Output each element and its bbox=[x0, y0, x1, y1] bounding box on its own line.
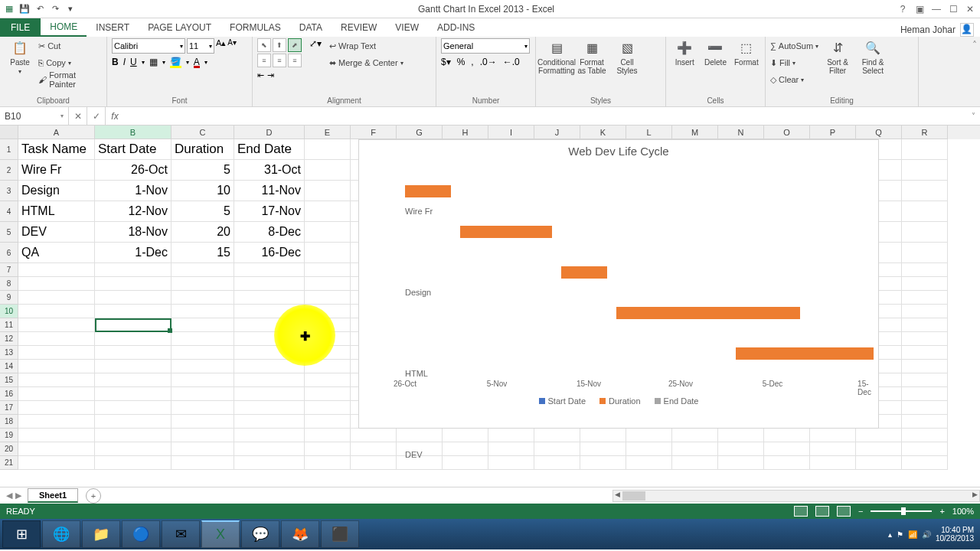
cell-C3[interactable]: 10 bbox=[172, 181, 234, 201]
cell-Q20[interactable] bbox=[856, 442, 902, 456]
cell-A9[interactable] bbox=[18, 291, 95, 305]
cell-E5[interactable] bbox=[305, 222, 351, 243]
cell-I21[interactable] bbox=[488, 456, 534, 470]
cell-D21[interactable] bbox=[234, 456, 305, 470]
page-break-view-icon[interactable] bbox=[837, 506, 851, 517]
column-header-O[interactable]: O bbox=[764, 126, 810, 139]
cell-styles-button[interactable]: ▧Cell Styles bbox=[611, 38, 643, 75]
new-sheet-button[interactable]: + bbox=[86, 488, 101, 504]
cell-D19[interactable] bbox=[234, 429, 305, 442]
format-cells-button[interactable]: ⬚Format bbox=[733, 38, 760, 67]
cell-D14[interactable] bbox=[234, 360, 305, 373]
cell-A6[interactable]: QA bbox=[18, 243, 95, 263]
cell-B3[interactable]: 1-Nov bbox=[95, 181, 172, 201]
cell-M21[interactable] bbox=[672, 456, 718, 470]
decrease-font-icon[interactable]: A▾ bbox=[227, 38, 237, 54]
row-header-3[interactable]: 3 bbox=[0, 181, 18, 201]
zoom-slider[interactable] bbox=[871, 510, 932, 512]
sheet-nav-next-icon[interactable]: ▶ bbox=[15, 491, 21, 500]
cell-R9[interactable] bbox=[902, 291, 948, 305]
cell-B14[interactable] bbox=[95, 360, 172, 373]
expand-formula-bar-icon[interactable]: ˅ bbox=[967, 112, 980, 120]
decrease-decimal-icon[interactable]: ←.0 bbox=[503, 57, 520, 67]
gantt-bar-html[interactable] bbox=[561, 266, 607, 279]
cut-button[interactable]: ✂Cut bbox=[38, 38, 102, 54]
ribbon-options-icon[interactable]: ▣ bbox=[914, 4, 925, 15]
system-tray[interactable]: ▴ ⚑ 📶 🔊 10:40 PM 10/28/2013 bbox=[884, 526, 978, 543]
cell-R14[interactable] bbox=[902, 360, 948, 373]
taskbar-explorer-icon[interactable]: 📁 bbox=[82, 520, 120, 548]
cell-B12[interactable] bbox=[95, 332, 172, 346]
gantt-bar-wire-fr[interactable] bbox=[405, 185, 451, 197]
underline-button[interactable]: U bbox=[130, 57, 137, 67]
cell-A21[interactable] bbox=[18, 456, 95, 470]
column-header-R[interactable]: R bbox=[902, 126, 948, 139]
paste-button[interactable]: 📋 Paste ▾ bbox=[5, 38, 35, 75]
cell-B4[interactable]: 12-Nov bbox=[95, 201, 172, 222]
find-select-button[interactable]: 🔍Find & Select bbox=[857, 38, 889, 75]
row-header-12[interactable]: 12 bbox=[0, 332, 18, 346]
cell-K21[interactable] bbox=[580, 456, 626, 470]
cell-E14[interactable] bbox=[305, 360, 351, 373]
cell-R17[interactable] bbox=[902, 401, 948, 415]
tray-up-icon[interactable]: ▴ bbox=[888, 530, 892, 539]
cell-A10[interactable] bbox=[18, 305, 95, 318]
cell-R15[interactable] bbox=[902, 373, 948, 387]
chart-legend[interactable]: Start Date Duration End Date bbox=[359, 392, 878, 410]
orientation-icon[interactable]: ⤢▾ bbox=[309, 38, 322, 49]
increase-decimal-icon[interactable]: .0→ bbox=[480, 57, 497, 67]
row-header-17[interactable]: 17 bbox=[0, 401, 18, 415]
cell-I20[interactable] bbox=[488, 442, 534, 456]
cell-C2[interactable]: 5 bbox=[172, 160, 234, 181]
sheet-nav-prev-icon[interactable]: ◀ bbox=[6, 491, 12, 500]
font-name-select[interactable]: Calibri▾ bbox=[112, 38, 185, 54]
cell-C6[interactable]: 15 bbox=[172, 243, 234, 263]
cell-D10[interactable] bbox=[234, 305, 305, 318]
user-avatar-icon[interactable]: 👤 bbox=[960, 23, 974, 37]
cell-A3[interactable]: Design bbox=[18, 181, 95, 201]
cell-D5[interactable]: 8-Dec bbox=[234, 222, 305, 243]
decrease-indent-icon[interactable]: ⇤ bbox=[257, 70, 264, 80]
taskbar-ie-icon[interactable]: 🌐 bbox=[42, 520, 80, 548]
cell-E17[interactable] bbox=[305, 401, 351, 415]
cell-A13[interactable] bbox=[18, 346, 95, 360]
gantt-bar-qa[interactable] bbox=[736, 347, 874, 360]
cell-C13[interactable] bbox=[172, 346, 234, 360]
column-header-I[interactable]: I bbox=[488, 126, 534, 139]
horizontal-scrollbar[interactable]: ◀▶ bbox=[612, 490, 980, 502]
cell-C17[interactable] bbox=[172, 401, 234, 415]
column-header-K[interactable]: K bbox=[580, 126, 626, 139]
tray-flag-icon[interactable]: ⚑ bbox=[897, 530, 903, 539]
cell-B18[interactable] bbox=[95, 415, 172, 429]
cell-D20[interactable] bbox=[234, 442, 305, 456]
cell-C4[interactable]: 5 bbox=[172, 201, 234, 222]
sort-filter-button[interactable]: ⇵Sort & Filter bbox=[822, 38, 854, 75]
cell-A14[interactable] bbox=[18, 360, 95, 373]
column-header-H[interactable]: H bbox=[443, 126, 488, 139]
cell-E6[interactable] bbox=[305, 243, 351, 263]
tab-view[interactable]: VIEW bbox=[386, 18, 428, 37]
name-box[interactable]: B10▾ bbox=[0, 107, 69, 125]
minimize-icon[interactable]: — bbox=[931, 4, 942, 15]
cell-R3[interactable] bbox=[902, 181, 948, 201]
font-size-select[interactable]: 11▾ bbox=[187, 38, 214, 54]
cell-F20[interactable] bbox=[351, 442, 397, 456]
cell-R8[interactable] bbox=[902, 277, 948, 291]
cell-B5[interactable]: 18-Nov bbox=[95, 222, 172, 243]
zoom-level[interactable]: 100% bbox=[952, 507, 974, 516]
cell-A19[interactable] bbox=[18, 429, 95, 442]
delete-cells-button[interactable]: ➖Delete bbox=[701, 38, 729, 67]
cell-D12[interactable] bbox=[234, 332, 305, 346]
autosum-button[interactable]: ∑AutoSum▾ bbox=[770, 38, 818, 54]
taskbar-firefox-icon[interactable]: 🦊 bbox=[281, 520, 319, 548]
cell-D2[interactable]: 31-Oct bbox=[234, 160, 305, 181]
cell-A1[interactable]: Task Name bbox=[18, 139, 95, 160]
column-header-J[interactable]: J bbox=[534, 126, 580, 139]
row-header-9[interactable]: 9 bbox=[0, 291, 18, 305]
cell-E4[interactable] bbox=[305, 201, 351, 222]
cell-R10[interactable] bbox=[902, 305, 948, 318]
chart-title[interactable]: Web Dev Life Cycle bbox=[359, 140, 878, 162]
cell-E13[interactable] bbox=[305, 346, 351, 360]
cell-D6[interactable]: 16-Dec bbox=[234, 243, 305, 263]
tab-insert[interactable]: INSERT bbox=[87, 18, 139, 37]
